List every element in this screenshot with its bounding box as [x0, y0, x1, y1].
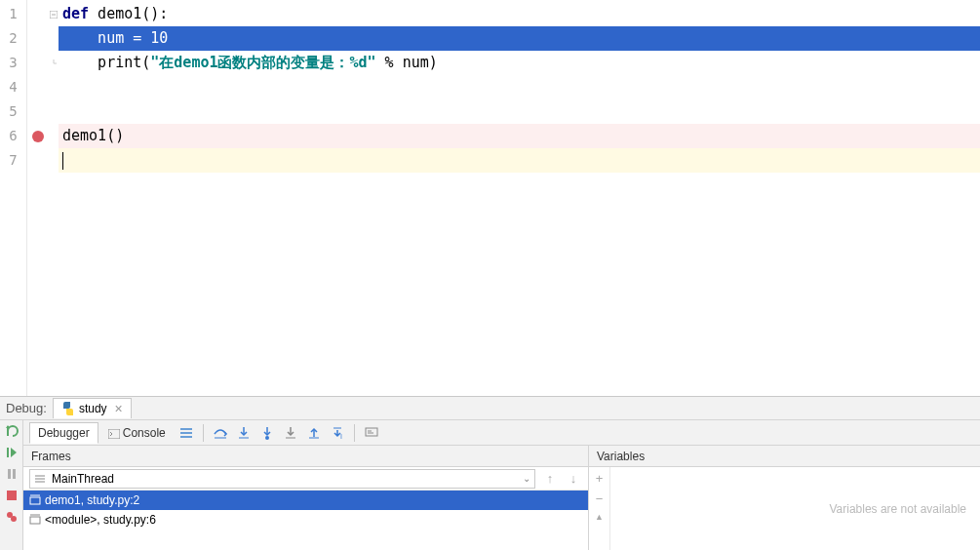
threads-icon[interactable] [176, 423, 197, 443]
line-number[interactable]: 2 [0, 26, 26, 51]
code-line-current [59, 148, 980, 173]
evaluate-expression-button[interactable] [361, 423, 382, 443]
svg-rect-5 [8, 469, 11, 479]
svg-rect-25 [366, 428, 377, 436]
tab-debugger[interactable]: Debugger [29, 422, 98, 444]
up-button[interactable]: ▲ [595, 512, 604, 522]
thread-selector[interactable]: MainThread ⌄ [29, 469, 535, 489]
svg-rect-4 [7, 448, 9, 457]
svg-rect-33 [30, 517, 40, 524]
fold-toggle-icon[interactable] [49, 2, 59, 26]
view-breakpoints-button[interactable] [3, 508, 20, 526]
variables-pane: Variables + − ▲ Variables are not availa… [589, 446, 980, 550]
frame-next-button[interactable]: ↓ [565, 470, 582, 488]
line-number[interactable]: 4 [0, 75, 26, 99]
debug-run-tab[interactable]: study × [53, 398, 132, 418]
svg-point-9 [11, 516, 17, 522]
step-into-my-code-button[interactable] [256, 423, 278, 443]
frame-prev-button[interactable]: ↑ [541, 470, 559, 488]
line-number[interactable]: 1 [0, 2, 26, 26]
svg-rect-10 [108, 429, 120, 439]
step-into-button[interactable] [233, 423, 255, 443]
line-number-gutter: 1 2 3 4 5 6 7 [0, 0, 27, 396]
line-number[interactable]: 7 [0, 148, 26, 173]
svg-rect-7 [7, 491, 17, 500]
svg-rect-6 [13, 469, 16, 479]
force-step-into-button[interactable] [280, 423, 301, 443]
frame-icon [29, 514, 41, 526]
run-to-cursor-button[interactable]: I [327, 423, 348, 443]
add-watch-button[interactable]: + [596, 471, 604, 486]
tab-console[interactable]: Console [100, 423, 174, 443]
line-number[interactable]: 3 [0, 51, 26, 75]
svg-text:I: I [340, 433, 342, 440]
thread-icon [34, 474, 46, 484]
code-line [59, 99, 980, 124]
debug-panel: Debug: study × Debugger Console [0, 396, 980, 550]
resume-button[interactable] [3, 444, 20, 461]
remove-watch-button[interactable]: − [596, 491, 604, 506]
step-out-button[interactable] [303, 423, 325, 443]
close-tab-icon[interactable]: × [115, 401, 123, 416]
line-number[interactable]: 5 [0, 99, 26, 124]
python-icon [61, 402, 75, 415]
debug-toolbar: Debugger Console I [23, 420, 980, 446]
debug-label: Debug: [6, 401, 47, 415]
fold-gutter [49, 0, 59, 396]
debug-sidebar [0, 420, 23, 550]
code-editor[interactable]: def demo1(): num = 10 print("在demo1函数内部的… [59, 0, 980, 396]
line-number[interactable]: 6 [0, 124, 26, 148]
debug-header: Debug: study × [0, 397, 980, 420]
breakpoint-marker[interactable] [27, 124, 49, 148]
frames-pane: Frames MainThread ⌄ ↑ ↓ demo1, s [23, 446, 589, 550]
marker-gutter [27, 0, 49, 396]
chevron-down-icon: ⌄ [523, 473, 530, 484]
frame-icon [29, 494, 41, 506]
step-over-button[interactable] [210, 423, 231, 443]
code-line [59, 75, 980, 99]
variables-header: Variables [589, 446, 980, 467]
fold-end-icon [49, 51, 59, 75]
code-line-breakpoint: demo1() [59, 124, 980, 148]
editor-area: 1 2 3 4 5 6 7 def demo1(): num = 10 prin… [0, 0, 980, 396]
console-icon [108, 428, 120, 438]
frame-item[interactable]: demo1, study.py:2 [23, 491, 588, 510]
frame-item[interactable]: <module>, study.py:6 [23, 510, 588, 530]
code-line: def demo1(): [59, 2, 980, 26]
svg-point-18 [265, 436, 269, 440]
frames-header: Frames [23, 446, 588, 467]
code-line: print("在demo1函数内部的变量是：%d" % num) [59, 51, 980, 75]
variables-placeholder: Variables are not available [610, 467, 980, 550]
svg-rect-31 [30, 497, 40, 504]
code-line-selected: num = 10 [59, 26, 980, 51]
stop-button[interactable] [3, 487, 20, 504]
pause-button[interactable] [3, 465, 20, 483]
rerun-button[interactable] [3, 422, 20, 440]
frame-list: demo1, study.py:2 <module>, study.py:6 [23, 491, 588, 550]
text-caret [62, 152, 63, 170]
